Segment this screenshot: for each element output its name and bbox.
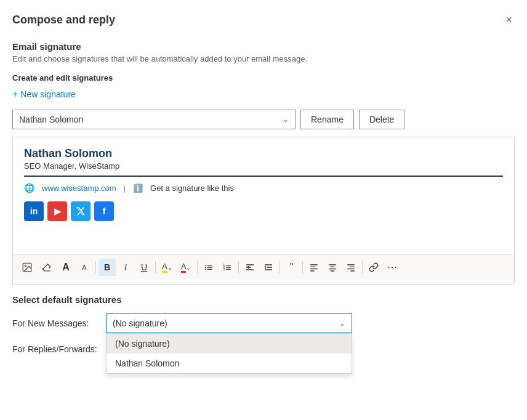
toolbar-insert-image-button[interactable] bbox=[18, 259, 36, 276]
dialog-content: Email signature Edit and choose signatur… bbox=[0, 35, 527, 378]
new-messages-dropdown-menu: (No signature) Nathan Solomon bbox=[106, 333, 352, 374]
chevron-down-icon: ⌄ bbox=[283, 115, 289, 124]
toolbar-separator-6 bbox=[302, 261, 303, 273]
svg-point-1 bbox=[25, 265, 26, 266]
toolbar-clear-formatting-button[interactable] bbox=[38, 259, 56, 276]
toolbar-font-size-button[interactable]: A bbox=[57, 259, 74, 276]
toolbar-align-center-button[interactable] bbox=[324, 259, 341, 276]
close-button[interactable]: × bbox=[503, 11, 515, 29]
select-default-title: Select default signatures bbox=[12, 294, 515, 305]
toolbar-separator-5 bbox=[280, 261, 280, 273]
svg-point-2 bbox=[205, 265, 206, 266]
svg-rect-21 bbox=[331, 270, 335, 271]
plus-icon: + bbox=[12, 89, 18, 100]
selected-signature-text: Nathan Solomon bbox=[19, 115, 83, 124]
signature-website-row: 🌐 www.wisestamp.com | ℹ️ Get a signature… bbox=[24, 183, 503, 193]
toolbar-more-button[interactable]: ··· bbox=[384, 259, 401, 276]
svg-rect-19 bbox=[330, 267, 335, 267]
signature-selector-row: Nathan Solomon ⌄ Rename Delete bbox=[12, 110, 515, 129]
get-signature-link[interactable]: Get a signature like this bbox=[150, 184, 234, 193]
new-messages-dropdown-container: (No signature) ⌄ (No signature) Nathan S… bbox=[106, 313, 352, 333]
toolbar-align-left-button[interactable] bbox=[305, 259, 323, 276]
svg-point-6 bbox=[205, 269, 206, 270]
toolbar-increase-indent-button[interactable] bbox=[260, 259, 277, 276]
toolbar-bullets-button[interactable] bbox=[200, 259, 217, 276]
dialog-title: Compose and reply bbox=[12, 14, 115, 26]
toolbar-highlight-button[interactable]: A⌄ bbox=[158, 259, 176, 276]
toolbar-align-right-button[interactable] bbox=[342, 259, 360, 276]
toolbar-quote-button[interactable]: " bbox=[283, 259, 300, 276]
new-signature-button[interactable]: + New signature bbox=[12, 87, 76, 101]
svg-rect-11 bbox=[226, 267, 231, 267]
toolbar-font-color-button[interactable]: A⌄ bbox=[177, 259, 195, 276]
facebook-icon[interactable]: f bbox=[94, 201, 114, 221]
globe-icon: 🌐 bbox=[24, 183, 34, 193]
for-replies-label: For Replies/Forwards: bbox=[12, 344, 99, 354]
svg-rect-18 bbox=[329, 264, 336, 265]
for-new-messages-label: For New Messages: bbox=[12, 318, 99, 328]
dropdown-option-no-signature[interactable]: (No signature) bbox=[107, 334, 352, 353]
toolbar-numbered-list-button[interactable]: 1.2.3. bbox=[219, 259, 236, 276]
for-new-messages-row: For New Messages: (No signature) ⌄ (No s… bbox=[12, 313, 515, 333]
twitter-icon[interactable] bbox=[71, 201, 91, 221]
create-edit-label: Create and edit signatures bbox=[12, 73, 515, 83]
toolbar-italic-button[interactable]: I bbox=[117, 259, 134, 276]
new-messages-dropdown[interactable]: (No signature) ⌄ bbox=[106, 313, 352, 333]
new-messages-value: (No signature) bbox=[113, 318, 167, 328]
svg-rect-25 bbox=[351, 270, 355, 271]
delete-button[interactable]: Delete bbox=[359, 110, 404, 129]
compose-reply-dialog: Compose and reply × Email signature Edit… bbox=[0, 0, 527, 420]
toolbar-decrease-indent-button[interactable] bbox=[241, 259, 259, 276]
svg-rect-5 bbox=[207, 267, 213, 267]
signature-website-link[interactable]: www.wisestamp.com bbox=[42, 184, 116, 193]
toolbar-insert-link-button[interactable] bbox=[365, 259, 382, 276]
info-icon: ℹ️ bbox=[133, 184, 143, 193]
toolbar-separator-3 bbox=[197, 261, 198, 273]
svg-point-4 bbox=[205, 267, 206, 268]
svg-rect-22 bbox=[347, 264, 355, 265]
svg-text:3.: 3. bbox=[223, 267, 226, 271]
toolbar-bold-button[interactable]: B bbox=[99, 259, 116, 276]
dialog-header: Compose and reply × bbox=[0, 0, 527, 35]
svg-rect-17 bbox=[310, 270, 315, 271]
social-icons-row: in ▶ f bbox=[24, 201, 503, 221]
signature-select-dropdown[interactable]: Nathan Solomon ⌄ bbox=[12, 110, 296, 129]
svg-rect-15 bbox=[310, 267, 316, 267]
toolbar-font-size-sub-button[interactable]: A bbox=[76, 259, 93, 276]
svg-rect-7 bbox=[207, 269, 213, 270]
chevron-down-icon: ⌄ bbox=[339, 319, 345, 328]
email-signature-title: Email signature bbox=[12, 41, 515, 52]
signature-name: Nathan Solomon bbox=[24, 147, 503, 160]
email-signature-section: Email signature Edit and choose signatur… bbox=[12, 41, 515, 359]
toolbar-separator-4 bbox=[238, 261, 239, 273]
toolbar-separator-1 bbox=[95, 261, 96, 273]
linkedin-icon[interactable]: in bbox=[24, 201, 44, 221]
toolbar-separator-7 bbox=[362, 261, 363, 273]
signature-job-title: SEO Manager, WiseStamp bbox=[24, 161, 503, 177]
signature-editor-content[interactable]: Nathan Solomon SEO Manager, WiseStamp 🌐 … bbox=[13, 137, 514, 254]
youtube-icon[interactable]: ▶ bbox=[47, 201, 67, 221]
svg-rect-23 bbox=[350, 267, 355, 267]
toolbar-separator-2 bbox=[155, 261, 156, 273]
toolbar-underline-button[interactable]: U bbox=[135, 259, 153, 276]
svg-rect-20 bbox=[329, 269, 336, 269]
rename-button[interactable]: Rename bbox=[300, 110, 354, 129]
email-signature-desc: Edit and choose signatures that will be … bbox=[12, 54, 515, 63]
svg-rect-14 bbox=[310, 264, 318, 265]
svg-rect-24 bbox=[347, 269, 355, 269]
editor-toolbar: A A B I U A⌄ bbox=[13, 254, 514, 280]
dropdown-option-nathan-solomon[interactable]: Nathan Solomon bbox=[107, 353, 352, 373]
svg-rect-16 bbox=[310, 269, 318, 269]
separator: | bbox=[124, 184, 126, 193]
svg-rect-13 bbox=[226, 269, 231, 270]
signature-editor-box: Nathan Solomon SEO Manager, WiseStamp 🌐 … bbox=[12, 137, 515, 285]
svg-rect-3 bbox=[207, 265, 213, 265]
select-default-section: Select default signatures For New Messag… bbox=[12, 294, 515, 359]
new-signature-label: New signature bbox=[20, 89, 76, 99]
svg-rect-9 bbox=[226, 265, 231, 265]
